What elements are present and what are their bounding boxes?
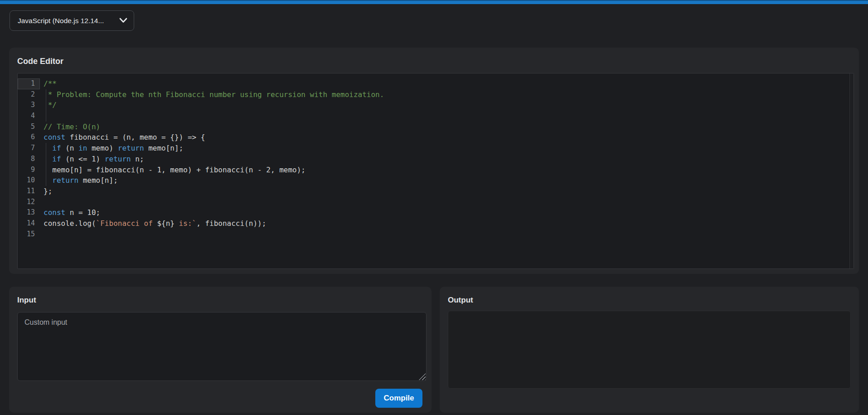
- indent-guide: [46, 89, 46, 100]
- line-number: 14: [18, 218, 40, 229]
- language-dropdown[interactable]: JavaScript (Node.js 12.14...: [10, 10, 134, 31]
- code-editor-panel: Code Editor 1/**2 * Problem: Compute the…: [9, 48, 859, 274]
- output-panel: Output: [440, 287, 859, 413]
- line-number: 15: [18, 229, 40, 240]
- language-dropdown-value: JavaScript (Node.js 12.14...: [18, 17, 116, 25]
- top-accent-bar: [0, 0, 868, 4]
- code-line[interactable]: 5// Time: O(n): [18, 122, 853, 132]
- line-number: 10: [18, 175, 40, 186]
- line-number: 3: [18, 100, 40, 111]
- code-line[interactable]: 9 memo[n] = fibonacci(n - 1, memo) + fib…: [18, 165, 853, 176]
- code-text: console.log(`Fibonacci of ${n} is:`, fib…: [40, 218, 853, 229]
- custom-input-wrapper: [17, 312, 427, 381]
- line-number: 5: [18, 122, 40, 132]
- indent-guide: [46, 143, 46, 154]
- code-editor[interactable]: 1/**2 * Problem: Compute the nth Fibonac…: [17, 73, 854, 269]
- code-line[interactable]: 14console.log(`Fibonacci of ${n} is:`, f…: [18, 218, 853, 229]
- code-editor-title: Code Editor: [9, 48, 859, 66]
- line-number: 7: [18, 143, 40, 154]
- code-line[interactable]: 4: [18, 111, 853, 122]
- code-line[interactable]: 13const n = 10;: [18, 207, 853, 218]
- output-panel-title: Output: [440, 287, 859, 305]
- line-number: 13: [18, 207, 40, 218]
- code-text: [40, 111, 853, 122]
- chevron-down-icon: [116, 17, 127, 25]
- code-line[interactable]: 11};: [18, 186, 853, 197]
- line-number: 8: [18, 154, 40, 165]
- line-number: 2: [18, 89, 40, 100]
- code-text: };: [40, 186, 853, 197]
- indent-guide: [46, 111, 46, 122]
- code-text: [40, 197, 853, 208]
- code-text: if (n <= 1) return n;: [40, 154, 853, 165]
- code-line[interactable]: 15: [18, 229, 853, 240]
- code-text: */: [40, 100, 853, 111]
- code-line[interactable]: 8 if (n <= 1) return n;: [18, 154, 853, 165]
- code-line[interactable]: 10 return memo[n];: [18, 175, 853, 186]
- code-text: [40, 229, 853, 240]
- output-box: [448, 311, 851, 389]
- line-number: 9: [18, 165, 40, 176]
- code-text: const fibonacci = (n, memo = {}) => {: [40, 132, 853, 143]
- line-number: 12: [18, 197, 40, 208]
- indent-guide: [46, 175, 46, 186]
- code-line[interactable]: 12: [18, 197, 853, 208]
- indent-guide: [46, 154, 46, 165]
- code-text: return memo[n];: [40, 175, 853, 186]
- code-lines: 1/**2 * Problem: Compute the nth Fibonac…: [18, 73, 853, 239]
- custom-input-textarea[interactable]: [17, 312, 427, 381]
- line-number: 11: [18, 186, 40, 197]
- editor-scrollbar[interactable]: [849, 73, 853, 269]
- code-line[interactable]: 2 * Problem: Compute the nth Fibonacci n…: [18, 89, 853, 100]
- indent-guide: [46, 100, 46, 111]
- line-number: 1: [18, 78, 40, 89]
- code-text: const n = 10;: [40, 207, 853, 218]
- code-line[interactable]: 6const fibonacci = (n, memo = {}) => {: [18, 132, 853, 143]
- code-text: // Time: O(n): [40, 122, 853, 132]
- code-line[interactable]: 1/**: [18, 78, 853, 89]
- code-line[interactable]: 7 if (n in memo) return memo[n];: [18, 143, 853, 154]
- code-text: if (n in memo) return memo[n];: [40, 143, 853, 154]
- code-text: memo[n] = fibonacci(n - 1, memo) + fibon…: [40, 165, 853, 176]
- code-line[interactable]: 3 */: [18, 100, 853, 111]
- line-number: 4: [18, 111, 40, 122]
- input-panel-title: Input: [9, 287, 432, 305]
- code-text: /**: [40, 78, 853, 89]
- line-number: 6: [18, 132, 40, 143]
- compile-button[interactable]: Compile: [375, 389, 422, 408]
- code-text: * Problem: Compute the nth Fibonacci num…: [40, 89, 853, 100]
- indent-guide: [46, 165, 46, 176]
- input-panel: Input Compile: [9, 287, 432, 413]
